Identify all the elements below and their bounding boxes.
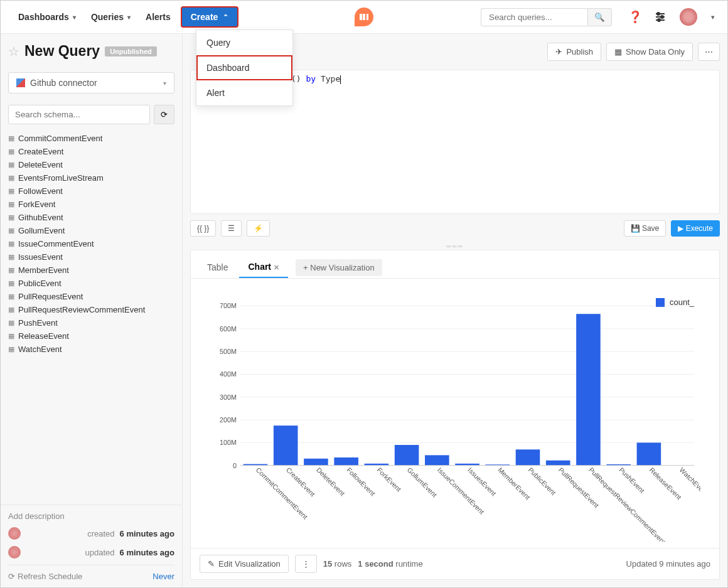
- svg-rect-24: [274, 425, 298, 466]
- save-icon: 💾: [631, 224, 640, 233]
- tab-table[interactable]: Table: [198, 257, 237, 277]
- rows-count: 15 rows: [323, 559, 352, 569]
- chevron-down-icon: ▾: [163, 80, 166, 87]
- table-icon: ▦: [8, 306, 14, 314]
- svg-point-5: [658, 19, 660, 21]
- updated-label: Updated 9 minutes ago: [626, 559, 710, 569]
- svg-rect-42: [546, 461, 570, 466]
- svg-rect-34: [425, 455, 449, 465]
- table-list: ▦CommitCommentEvent▦CreateEvent▦DeleteEv…: [1, 129, 182, 505]
- table-icon: ▦: [8, 147, 14, 156]
- svg-text:500M: 500M: [220, 348, 237, 355]
- show-data-only-button[interactable]: ▦Show Data Only: [606, 43, 693, 61]
- chevron-down-icon[interactable]: ▾: [711, 13, 715, 21]
- format-button[interactable]: ☰: [221, 220, 242, 237]
- create-button[interactable]: Create⌃: [181, 6, 239, 28]
- table-item[interactable]: ▦EventsFromLiveStream: [8, 171, 174, 184]
- chart-legend[interactable]: count_: [656, 297, 694, 307]
- favorite-star-icon[interactable]: ☆: [8, 44, 19, 59]
- user-avatar[interactable]: [680, 8, 697, 26]
- code-line: () by Type: [291, 74, 341, 84]
- viz-more-button[interactable]: ⋮: [295, 555, 317, 573]
- create-dropdown: Query Dashboard Alert: [196, 29, 293, 106]
- svg-text:200M: 200M: [220, 416, 237, 424]
- settings-icon[interactable]: [655, 11, 666, 23]
- table-item[interactable]: ▦PushEvent: [8, 316, 174, 329]
- table-item[interactable]: ▦IssuesEvent: [8, 250, 174, 264]
- query-title[interactable]: New Query: [24, 43, 100, 60]
- schema-search-input[interactable]: [8, 105, 150, 124]
- table-icon: ▦: [8, 266, 14, 274]
- svg-text:ReleaseEvent: ReleaseEvent: [648, 466, 683, 501]
- search-box: 🔍: [481, 8, 612, 26]
- table-item[interactable]: ▦ReleaseEvent: [8, 329, 174, 343]
- svg-point-3: [657, 13, 660, 15]
- table-item[interactable]: ▦CreateEvent: [8, 145, 174, 158]
- grid-icon: ▦: [614, 47, 622, 56]
- datasource-icon: [16, 78, 25, 87]
- table-item[interactable]: ▦GithubEvent: [8, 211, 174, 224]
- updater-avatar: [8, 546, 21, 559]
- table-icon: ▦: [8, 253, 14, 261]
- nav-queries[interactable]: Queries▾: [86, 8, 136, 26]
- table-item[interactable]: ▦DeleteEvent: [8, 158, 174, 171]
- table-item[interactable]: ▦ForkEvent: [8, 198, 174, 211]
- app-logo: [355, 8, 373, 26]
- table-item[interactable]: ▦FollowEvent: [8, 184, 174, 198]
- chevron-down-icon: ▾: [73, 14, 76, 21]
- drag-handle[interactable]: ═══: [183, 243, 727, 250]
- legend-color-swatch: [656, 298, 665, 307]
- svg-text:IssuesEvent: IssuesEvent: [466, 466, 498, 497]
- datasource-select[interactable]: Github connector ▾: [8, 72, 174, 94]
- table-item[interactable]: ▦WatchEvent: [8, 343, 174, 356]
- table-item[interactable]: ▦CommitCommentEvent: [8, 132, 174, 145]
- svg-text:100M: 100M: [220, 439, 237, 446]
- add-description[interactable]: Add description: [8, 511, 174, 521]
- table-item[interactable]: ▦PublicEvent: [8, 277, 174, 290]
- search-button[interactable]: 🔍: [587, 8, 612, 26]
- table-icon: ▦: [8, 345, 14, 353]
- table-item[interactable]: ▦IssueCommentEvent: [8, 237, 174, 250]
- tab-chart[interactable]: Chart✕: [239, 257, 288, 278]
- more-button[interactable]: ⋯: [698, 43, 720, 61]
- create-alert-item[interactable]: Alert: [196, 80, 292, 105]
- table-icon: ▦: [8, 200, 14, 208]
- new-visualization-button[interactable]: + New Visualization: [296, 259, 382, 276]
- table-icon: ▦: [8, 332, 14, 340]
- svg-text:DeleteEvent: DeleteEvent: [315, 466, 346, 497]
- refresh-schedule-value[interactable]: Never: [153, 572, 174, 581]
- refresh-schedule-label[interactable]: ⟳Refresh Schedule: [8, 572, 82, 581]
- autocomplete-button[interactable]: ⚡: [247, 220, 270, 237]
- close-icon[interactable]: ✕: [274, 264, 279, 271]
- ellipsis-icon: ⋯: [705, 47, 713, 56]
- svg-text:ForkEvent: ForkEvent: [375, 466, 402, 493]
- svg-rect-26: [304, 459, 328, 466]
- nav-dashboards[interactable]: Dashboards▾: [13, 8, 81, 26]
- save-button[interactable]: 💾 Save: [624, 220, 666, 237]
- execute-button[interactable]: ▶ Execute: [671, 220, 720, 237]
- svg-rect-44: [576, 314, 601, 465]
- content-area: ✈Publish ▦Show Data Only ⋯ () by Type {{…: [183, 34, 727, 587]
- table-icon: ▦: [8, 161, 14, 169]
- svg-text:CreateEvent: CreateEvent: [285, 466, 317, 498]
- refresh-icon: ⟳: [161, 110, 168, 119]
- table-icon: ▦: [8, 240, 14, 248]
- nav-alerts[interactable]: Alerts: [141, 8, 176, 26]
- table-item[interactable]: ▦PullRequestReviewCommentEvent: [8, 303, 174, 316]
- create-query-item[interactable]: Query: [196, 30, 292, 55]
- refresh-schema-button[interactable]: ⟳: [154, 105, 174, 124]
- create-dashboard-item[interactable]: Dashboard: [196, 55, 292, 80]
- publish-button[interactable]: ✈Publish: [547, 43, 601, 61]
- svg-text:300M: 300M: [220, 393, 237, 401]
- table-item[interactable]: ▦GollumEvent: [8, 224, 174, 237]
- help-icon[interactable]: ❓: [629, 11, 641, 23]
- results-panel: Table Chart✕ + New Visualization count_ …: [190, 250, 720, 580]
- svg-point-4: [661, 16, 663, 18]
- table-item[interactable]: ▦MemberEvent: [8, 264, 174, 277]
- svg-rect-40: [516, 449, 540, 465]
- search-input[interactable]: [481, 8, 587, 26]
- table-item[interactable]: ▦PullRequestEvent: [8, 290, 174, 303]
- svg-text:FollowEvent: FollowEvent: [345, 466, 377, 497]
- query-params-button[interactable]: {{ }}: [190, 220, 216, 237]
- edit-visualization-button[interactable]: ✎ Edit Visualization: [200, 555, 289, 573]
